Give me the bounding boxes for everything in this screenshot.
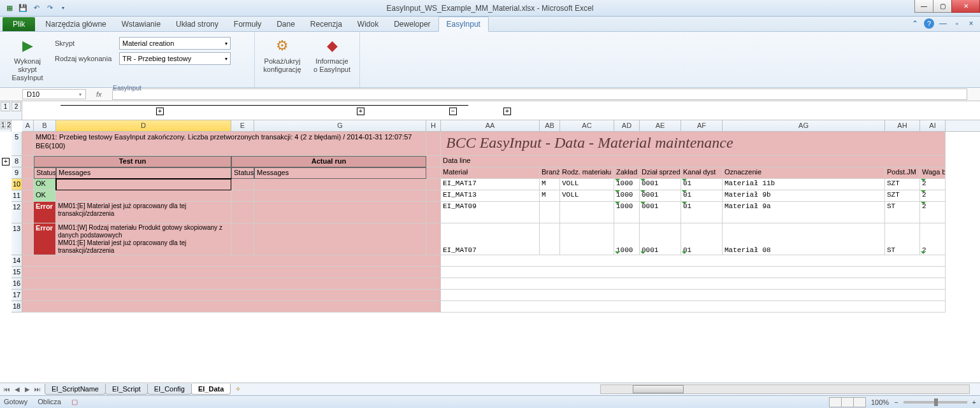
col-AG[interactable]: AG (723, 120, 885, 131)
minimize-ribbon-icon[interactable]: ⌃ (910, 18, 920, 29)
sheet-tab-scriptname[interactable]: EI_ScriptName (45, 384, 106, 395)
cells-area[interactable]: MM01: Przebieg testowy EasyInput zakończ… (22, 132, 980, 313)
active-cell[interactable] (56, 179, 231, 190)
view-normal-button[interactable] (829, 397, 842, 407)
tab-view[interactable]: Widok (350, 17, 386, 31)
outline-corner: 12 (0, 101, 22, 120)
row-expand-8[interactable]: + (2, 158, 10, 165)
sheet-last-icon[interactable]: ⏭ (33, 386, 42, 393)
outline-collapse-1[interactable]: + (156, 108, 164, 115)
sheet-next-icon[interactable]: ▶ (23, 386, 32, 393)
row-9[interactable]: 9 (11, 167, 22, 179)
minimize-button[interactable]: — (914, 0, 933, 13)
row-outline-2[interactable]: 2 (7, 121, 12, 129)
new-sheet-icon[interactable]: ✧ (230, 385, 246, 393)
ribbon-group-easyinput: ▶ Wykonaj skrypt EasyInput Skrypt Materi… (0, 32, 255, 87)
gear-icon: ⚙ (272, 36, 292, 56)
status-bar: Gotowy Oblicza ▢ 100% − + (0, 395, 980, 408)
close-button[interactable]: ✕ (951, 0, 980, 13)
scrollbar-thumb[interactable] (633, 385, 684, 393)
zoom-out-icon[interactable]: − (894, 398, 898, 406)
col-outline-2[interactable]: 2 (11, 102, 21, 111)
tab-developer[interactable]: Deweloper (386, 17, 438, 31)
sheet-nav-arrows: ⏮ ◀ ▶ ⏭ (0, 386, 45, 393)
tab-review[interactable]: Recenzja (303, 17, 350, 31)
skrypt-label: Skrypt (55, 39, 115, 47)
sheet-prev-icon[interactable]: ◀ (13, 386, 22, 393)
ribbon-group-config: ⚙ Pokaż/ukryj konfigurację ◆ Informacje … (255, 32, 360, 87)
info-button[interactable]: ◆ Informacje o EasyInput (310, 34, 354, 76)
tab-home[interactable]: Narzędzia główne (38, 17, 113, 31)
col-AC[interactable]: AC (560, 120, 614, 131)
toggle-config-button[interactable]: ⚙ Pokaż/ukryj konfigurację (260, 34, 305, 76)
tab-insert[interactable]: Wstawianie (114, 17, 168, 31)
sheet-tab-script[interactable]: EI_Script (105, 384, 148, 395)
outline-collapse-2[interactable]: + (357, 108, 364, 115)
save-icon[interactable]: 💾 (17, 3, 29, 14)
tab-easyinput[interactable]: EasyInput (438, 17, 489, 32)
qat-dropdown-icon[interactable]: ▾ (57, 3, 69, 14)
sheet-tab-config[interactable]: EI_Config (147, 384, 192, 395)
rodzaj-select[interactable]: TR - Przebieg testowy▾ (119, 52, 231, 65)
maximize-button[interactable]: ▢ (933, 0, 952, 13)
row-8[interactable]: 8 (11, 156, 22, 167)
grid-row-13: Error MM01:[W] Rodzaj materiału Produkt … (22, 223, 980, 255)
view-pagebreak-button[interactable] (853, 397, 866, 407)
workbook-minimize-icon[interactable]: — (938, 18, 948, 29)
row-18[interactable]: 18 (11, 301, 22, 313)
row-outline-1[interactable]: 1 (1, 121, 6, 129)
col-D[interactable]: D (56, 120, 231, 131)
row-17[interactable]: 17 (11, 290, 22, 301)
grid-row-16 (22, 278, 980, 290)
col-AF[interactable]: AF (681, 120, 723, 131)
row-11[interactable]: 11 (11, 190, 22, 202)
col-AB[interactable]: AB (540, 120, 560, 131)
horizontal-scrollbar[interactable] (600, 384, 970, 394)
sheet-first-icon[interactable]: ⏮ (3, 386, 11, 393)
col-outline-1[interactable]: 1 (1, 102, 10, 111)
row-10[interactable]: 10 (11, 179, 22, 190)
col-AA[interactable]: AA (441, 120, 540, 131)
hdr-dataline: Data line (441, 156, 946, 167)
col-A[interactable]: A (22, 120, 34, 131)
zoom-in-icon[interactable]: + (972, 398, 976, 406)
outline-collapse-3[interactable]: − (449, 108, 457, 115)
tab-data[interactable]: Dane (269, 17, 303, 31)
execute-script-button[interactable]: ▶ Wykonaj skrypt EasyInput (5, 34, 50, 83)
play-icon: ▶ (17, 36, 38, 56)
col-AH[interactable]: AH (885, 120, 920, 131)
col-E[interactable]: E (231, 120, 254, 131)
tab-formulas[interactable]: Formuły (226, 17, 269, 31)
redo-icon[interactable]: ↷ (44, 3, 55, 14)
sheet-tab-data[interactable]: EI_Data (191, 384, 231, 395)
workbook-close-icon[interactable]: × (966, 18, 976, 29)
undo-icon[interactable]: ↶ (31, 3, 42, 14)
col-AD[interactable]: AD (614, 120, 640, 131)
row-headers: 5 8 9 10 11 12 13 14 15 16 17 18 (11, 132, 22, 313)
row-5[interactable]: 5 (11, 132, 22, 156)
skrypt-select[interactable]: Material creation▾ (119, 37, 231, 50)
row-15[interactable]: 15 (11, 267, 22, 278)
col-G[interactable]: G (254, 120, 426, 131)
row-13[interactable]: 13 (11, 223, 22, 255)
zoom-level[interactable]: 100% (871, 398, 889, 406)
row-16[interactable]: 16 (11, 278, 22, 290)
row-12[interactable]: 12 (11, 202, 22, 223)
col-H[interactable]: H (426, 120, 441, 131)
file-tab[interactable]: Plik (3, 17, 35, 31)
col-AI[interactable]: AI (920, 120, 946, 131)
view-layout-button[interactable] (841, 397, 854, 407)
macro-record-icon[interactable]: ▢ (71, 398, 78, 406)
col-AE[interactable]: AE (640, 120, 681, 131)
grid-row-14 (22, 255, 980, 267)
outline-collapse-4[interactable]: + (503, 108, 511, 115)
help-icon[interactable]: ? (924, 18, 934, 29)
zoom-slider[interactable] (904, 401, 967, 404)
tab-layout[interactable]: Układ strony (168, 17, 226, 31)
worksheet-grid[interactable]: 12 + + − + 12 A B D E G H AA AB AC AD AE… (0, 101, 980, 381)
status-message: MM01: Przebieg testowy EasyInput zakończ… (34, 132, 426, 156)
workbook-restore-icon[interactable]: ▫ (952, 18, 962, 29)
row-14[interactable]: 14 (11, 255, 22, 267)
grid-row-18 (22, 301, 980, 313)
col-B[interactable]: B (34, 120, 56, 131)
